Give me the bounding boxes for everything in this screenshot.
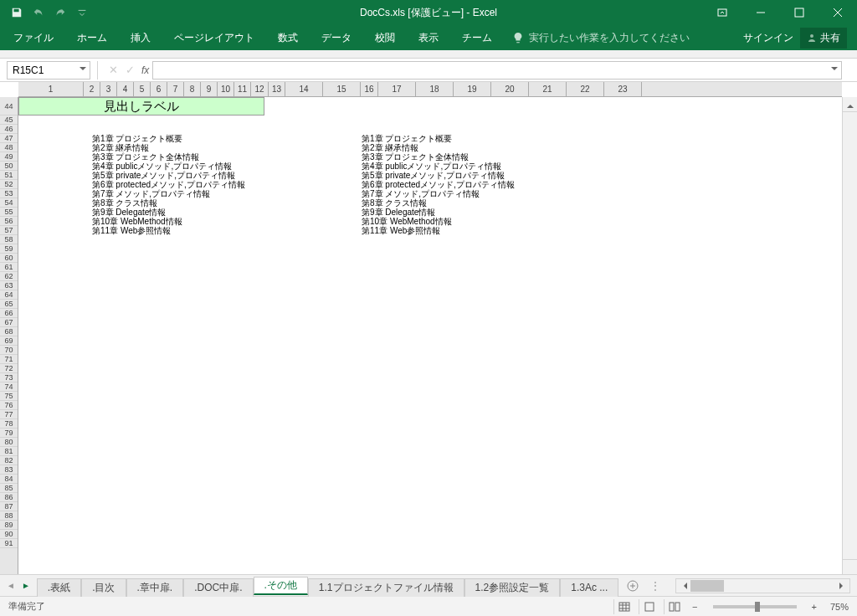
formula-input[interactable]	[152, 61, 842, 80]
chapter-cell[interactable]: 第3章 プロジェクト全体情報	[92, 152, 245, 162]
signin-link[interactable]: サインイン	[743, 31, 793, 45]
heading-label-cell[interactable]: 見出しラベル	[18, 97, 264, 116]
tell-me-search[interactable]: 実行したい作業を入力してください	[512, 31, 690, 45]
tab-insert[interactable]: 挿入	[119, 25, 162, 50]
sheet-tab[interactable]: .DOC中扉.	[183, 578, 253, 597]
row-header[interactable]: 75	[0, 392, 18, 401]
sheet-tab[interactable]: 1.3Ac ...	[560, 578, 618, 597]
sheet-tab[interactable]: 1.2参照設定一覧	[464, 578, 561, 597]
zoom-slider[interactable]	[713, 605, 797, 608]
row-header[interactable]: 67	[0, 318, 18, 327]
row-header[interactable]: 50	[0, 162, 18, 171]
scroll-thumb[interactable]	[690, 580, 724, 592]
row-header[interactable]: 61	[0, 263, 18, 272]
col-header[interactable]: 23	[604, 82, 642, 96]
col-header[interactable]: 9	[201, 82, 218, 96]
row-header[interactable]: 73	[0, 373, 18, 382]
col-header[interactable]: 4	[117, 82, 134, 96]
row-header[interactable]: 78	[0, 419, 18, 429]
col-header[interactable]: 2	[84, 82, 100, 96]
tab-formulas[interactable]: 数式	[266, 25, 310, 50]
minimize-button[interactable]	[742, 0, 780, 25]
fx-icon[interactable]: fx	[141, 64, 149, 76]
row-header[interactable]: 79	[0, 429, 18, 438]
row-header[interactable]: 63	[0, 281, 18, 290]
row-header[interactable]: 45	[0, 116, 18, 125]
zoom-out[interactable]: −	[689, 602, 700, 612]
sheet-nav[interactable]: ◄ ►	[0, 581, 37, 590]
row-header[interactable]: 56	[0, 217, 18, 226]
col-header[interactable]: 21	[529, 82, 567, 96]
ribbon-display-button[interactable]	[703, 0, 742, 25]
chapter-cell[interactable]: 第7章 メソッド,プロパティ情報	[92, 189, 245, 198]
qat-customize[interactable]	[72, 3, 92, 23]
chapter-cell[interactable]: 第6章 protectedメソッド,プロパティ情報	[92, 180, 245, 189]
view-pagelayout[interactable]	[639, 599, 659, 614]
close-button[interactable]	[819, 0, 857, 25]
cells-area[interactable]: 見出しラベル 第1章 プロジェクト概要第2章 継承情報第3章 プロジェクト全体情…	[18, 97, 842, 574]
chapter-cell[interactable]: 第2章 継承情報	[362, 143, 515, 152]
col-header[interactable]: 10	[218, 82, 234, 96]
tab-home[interactable]: ホーム	[65, 25, 119, 50]
sheet-tab[interactable]: .その他	[254, 577, 308, 595]
save-button[interactable]	[7, 3, 27, 23]
row-header[interactable]: 91	[0, 539, 18, 548]
chapter-cell[interactable]: 第5章 privateメソッド,プロパティ情報	[92, 171, 245, 180]
row-header[interactable]: 55	[0, 208, 18, 217]
sheet-tab[interactable]: 1.1プロジェクトファイル情報	[308, 578, 464, 597]
row-header[interactable]: 60	[0, 254, 18, 263]
col-header[interactable]: 17	[378, 82, 416, 96]
chapter-cell[interactable]: 第10章 WebMethod情報	[362, 217, 515, 226]
chapter-cell[interactable]: 第10章 WebMethod情報	[92, 217, 245, 226]
col-header[interactable]: 13	[269, 82, 285, 96]
new-sheet-button[interactable]	[624, 577, 642, 595]
row-header[interactable]: 49	[0, 152, 18, 162]
chapter-cell[interactable]: 第11章 Web参照情報	[362, 226, 515, 235]
row-header[interactable]: 44	[0, 97, 18, 116]
row-header[interactable]: 84	[0, 475, 18, 484]
vertical-scrollbar[interactable]	[842, 97, 857, 574]
col-header[interactable]: 15	[323, 82, 361, 96]
row-header[interactable]: 80	[0, 438, 18, 447]
col-header[interactable]: 16	[361, 82, 378, 96]
col-header[interactable]: 5	[134, 82, 151, 96]
sheet-tab[interactable]: .目次	[81, 578, 126, 597]
row-header[interactable]: 74	[0, 382, 18, 392]
zoom-in[interactable]: +	[808, 602, 820, 612]
tab-file[interactable]: ファイル	[2, 25, 65, 50]
row-header[interactable]: 58	[0, 235, 18, 244]
tab-pagelayout[interactable]: ページレイアウト	[162, 25, 266, 50]
col-header[interactable]: 11	[234, 82, 251, 96]
name-box[interactable]: R15C1	[7, 61, 90, 80]
undo-button[interactable]	[28, 3, 49, 23]
chapter-cell[interactable]: 第1章 プロジェクト概要	[362, 134, 515, 143]
chapter-cell[interactable]: 第8章 クラス情報	[362, 198, 515, 208]
row-header[interactable]: 52	[0, 180, 18, 189]
tab-team[interactable]: チーム	[450, 25, 504, 50]
col-header[interactable]: 20	[491, 82, 529, 96]
row-header[interactable]: 85	[0, 484, 18, 493]
sheet-tab[interactable]: .表紙	[37, 578, 81, 597]
col-header[interactable]: 22	[567, 82, 604, 96]
row-header[interactable]: 48	[0, 143, 18, 152]
chapter-cell[interactable]: 第6章 protectedメソッド,プロパティ情報	[362, 180, 515, 189]
row-header[interactable]: 88	[0, 511, 18, 521]
chapter-cell[interactable]: 第11章 Web参照情報	[92, 226, 245, 235]
row-header[interactable]: 53	[0, 189, 18, 198]
row-header[interactable]: 87	[0, 502, 18, 511]
col-header[interactable]: 8	[184, 82, 201, 96]
row-header[interactable]: 77	[0, 410, 18, 419]
row-header[interactable]: 66	[0, 309, 18, 318]
row-header[interactable]: 59	[0, 244, 18, 254]
row-header[interactable]: 65	[0, 300, 18, 309]
view-normal[interactable]	[613, 599, 634, 614]
row-header[interactable]: 76	[0, 401, 18, 410]
row-header[interactable]: 90	[0, 530, 18, 539]
row-header[interactable]: 64	[0, 290, 18, 300]
row-header[interactable]: 83	[0, 465, 18, 475]
horizontal-scrollbar[interactable]	[675, 578, 850, 593]
col-header[interactable]: 14	[285, 82, 323, 96]
chapter-cell[interactable]: 第8章 クラス情報	[92, 198, 245, 208]
maximize-button[interactable]	[780, 0, 819, 25]
row-header[interactable]: 54	[0, 198, 18, 208]
